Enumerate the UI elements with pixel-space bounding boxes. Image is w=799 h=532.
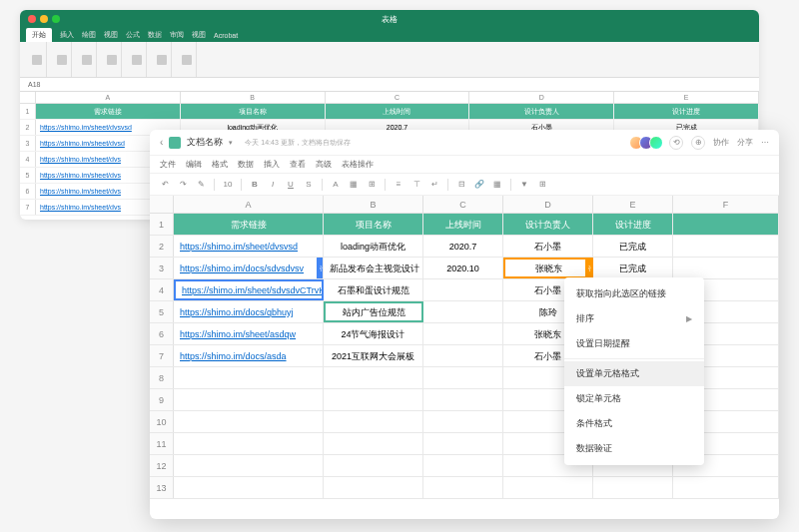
- excel-formula-bar[interactable]: A18: [20, 78, 759, 92]
- table-header[interactable]: 项目名称: [324, 214, 423, 235]
- cell[interactable]: 新品发布会主视觉设计: [324, 258, 423, 278]
- menu-format[interactable]: 格式: [212, 159, 228, 170]
- context-menu-item[interactable]: 排序▶: [564, 306, 704, 331]
- col-header[interactable]: E: [614, 92, 759, 103]
- select-all-corner[interactable]: [150, 196, 174, 213]
- cell[interactable]: 已完成: [593, 258, 673, 278]
- align-icon[interactable]: [82, 55, 92, 65]
- col-header[interactable]: D: [469, 92, 614, 103]
- context-menu-item[interactable]: 设置单元格格式: [564, 361, 704, 386]
- cell[interactable]: 2021互联网大会展板: [324, 345, 423, 366]
- border-icon[interactable]: ⊞: [367, 180, 377, 190]
- freeze-icon[interactable]: ⊞: [537, 180, 547, 190]
- underline-icon[interactable]: U: [286, 180, 296, 190]
- tab-acrobat[interactable]: Acrobat: [214, 32, 238, 39]
- tab-review[interactable]: 审阅: [170, 30, 184, 40]
- col-header[interactable]: D: [503, 196, 593, 213]
- maximize-icon[interactable]: [52, 15, 60, 23]
- history-icon[interactable]: ⟲: [669, 136, 683, 150]
- cell[interactable]: [174, 455, 324, 476]
- comment-icon[interactable]: ⊕: [691, 136, 705, 150]
- cell[interactable]: [423, 279, 503, 300]
- cell[interactable]: 已完成: [593, 236, 673, 257]
- cell[interactable]: [324, 389, 423, 410]
- table-header[interactable]: 上线时间: [326, 104, 470, 119]
- cell[interactable]: [423, 301, 503, 322]
- minimize-icon[interactable]: [40, 15, 48, 23]
- align-icon[interactable]: ≡: [394, 180, 403, 190]
- cell[interactable]: [174, 477, 324, 498]
- col-header[interactable]: A: [36, 92, 181, 103]
- cell[interactable]: [423, 345, 503, 366]
- context-menu-item[interactable]: 条件格式: [564, 411, 704, 436]
- undo-icon[interactable]: ↶: [160, 180, 170, 190]
- cell[interactable]: [324, 411, 423, 432]
- cell-link[interactable]: https://shimo.im/sheet/asdqw: [174, 323, 324, 344]
- cell[interactable]: [324, 367, 423, 388]
- menu-edit[interactable]: 编辑: [186, 159, 202, 170]
- col-header[interactable]: F: [673, 196, 779, 213]
- font-size-icon[interactable]: 10: [223, 180, 233, 190]
- cell[interactable]: 2020.7: [423, 236, 503, 257]
- cell[interactable]: [324, 433, 423, 454]
- menu-file[interactable]: 文件: [160, 159, 176, 170]
- table-header[interactable]: 设计负责人: [469, 104, 614, 119]
- table-header[interactable]: 需求链接: [36, 104, 181, 119]
- back-icon[interactable]: ‹: [160, 137, 163, 148]
- tab-view[interactable]: 视图: [104, 30, 118, 40]
- link-icon[interactable]: 🔗: [474, 180, 484, 190]
- cell[interactable]: [423, 389, 503, 410]
- cell-link[interactable]: https://shimo.im/docs/asda: [174, 345, 324, 366]
- cell[interactable]: 2020.10: [423, 258, 503, 278]
- table-header[interactable]: 需求链接: [174, 214, 324, 235]
- cell[interactable]: loading动画优化: [324, 236, 423, 257]
- cell[interactable]: 石小墨: [503, 236, 593, 257]
- wrap-icon[interactable]: ↵: [429, 180, 439, 190]
- cell[interactable]: 24节气海报设计: [324, 323, 423, 344]
- text-color-icon[interactable]: A: [331, 180, 341, 190]
- close-icon[interactable]: [28, 15, 36, 23]
- paint-icon[interactable]: ✎: [196, 180, 206, 190]
- collaborate-button[interactable]: 协作: [713, 137, 729, 148]
- table-header[interactable]: 设计进度: [593, 214, 673, 235]
- doc-title[interactable]: 文档名称: [187, 136, 223, 149]
- cell[interactable]: [673, 477, 779, 498]
- cell[interactable]: [324, 455, 423, 476]
- cell[interactable]: [423, 433, 503, 454]
- avatar[interactable]: [649, 136, 663, 150]
- table-header[interactable]: 设计进度: [614, 104, 759, 119]
- cell[interactable]: [673, 236, 779, 257]
- cell[interactable]: 站内广告位规范王蓉: [324, 301, 423, 322]
- fill-color-icon[interactable]: ▦: [349, 180, 359, 190]
- col-header[interactable]: C: [423, 196, 503, 213]
- font-icon[interactable]: [57, 55, 67, 65]
- table-header[interactable]: 上线时间: [423, 214, 503, 235]
- cell[interactable]: [593, 477, 673, 498]
- tab-formula[interactable]: 公式: [126, 30, 140, 40]
- col-header[interactable]: B: [324, 196, 423, 213]
- cell[interactable]: [423, 477, 503, 498]
- dropdown-icon[interactable]: ▾: [229, 139, 233, 147]
- context-menu-item[interactable]: 锁定单元格: [564, 386, 704, 411]
- cell-link[interactable]: https://shimo.im/docs/sdvsdvsv张晓东: [174, 258, 324, 278]
- col-header[interactable]: C: [326, 92, 470, 103]
- cell[interactable]: [423, 411, 503, 432]
- redo-icon[interactable]: ↷: [178, 180, 188, 190]
- menu-view[interactable]: 查看: [290, 159, 306, 170]
- valign-icon[interactable]: ⊤: [411, 180, 421, 190]
- cell[interactable]: [503, 477, 593, 498]
- col-header[interactable]: E: [593, 196, 673, 213]
- image-icon[interactable]: ▦: [492, 180, 502, 190]
- menu-table-ops[interactable]: 表格操作: [342, 159, 374, 170]
- cell[interactable]: [174, 411, 324, 432]
- strike-icon[interactable]: S: [304, 180, 314, 190]
- context-menu-item[interactable]: 数据验证: [564, 436, 704, 461]
- tab-draw[interactable]: 绘图: [82, 30, 96, 40]
- cell[interactable]: [673, 258, 779, 278]
- cell[interactable]: [423, 455, 503, 476]
- context-menu-item[interactable]: 设置日期提醒: [564, 331, 704, 356]
- filter-icon[interactable]: ▼: [519, 180, 529, 190]
- menu-insert[interactable]: 插入: [264, 159, 280, 170]
- table-header[interactable]: 设计负责人: [503, 214, 593, 235]
- editing-icon[interactable]: [182, 55, 192, 65]
